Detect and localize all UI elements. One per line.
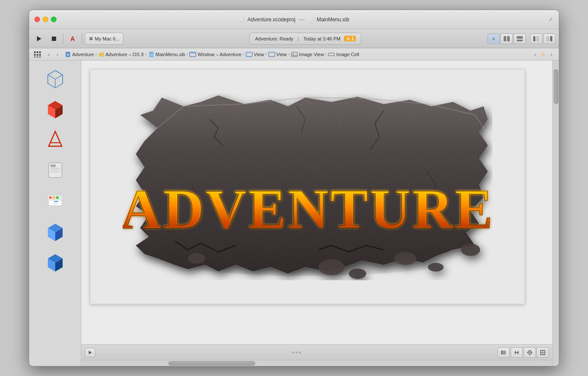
svg-marker-36 bbox=[49, 131, 62, 146]
timeline-play-icon bbox=[89, 351, 92, 354]
title-xib-icon: ⬜ bbox=[307, 17, 314, 23]
breadcrumb-chevron-7: › bbox=[325, 52, 327, 57]
breadcrumb-view1[interactable]: View bbox=[246, 52, 264, 57]
svg-rect-3 bbox=[517, 40, 523, 41]
spacing-button[interactable] bbox=[511, 347, 523, 358]
title-file: Adventure.xcodeproj bbox=[247, 17, 295, 23]
fullscreen-area: ⤢ bbox=[548, 17, 554, 23]
breadcrumb-chevron-3: › bbox=[187, 52, 188, 57]
toolbar: A 🖥 My Mac 6... Adventure: Ready | Today… bbox=[29, 29, 559, 48]
bottom-scrollbar-thumb[interactable] bbox=[168, 361, 255, 366]
title-xib: MainMenu.xib bbox=[317, 17, 349, 23]
breadcrumb-mainmenu[interactable]: xib MainMenu.xib bbox=[148, 51, 185, 57]
svg-rect-10 bbox=[39, 51, 41, 53]
traffic-lights bbox=[34, 17, 57, 22]
view-assistant-button[interactable] bbox=[514, 34, 526, 44]
breadcrumb-imageview[interactable]: Image View bbox=[291, 52, 324, 57]
svg-marker-29 bbox=[48, 70, 63, 79]
status-time: Today at 3:46 PM bbox=[303, 36, 341, 41]
view-list-button[interactable]: ≡ bbox=[488, 34, 500, 44]
pin-button[interactable] bbox=[524, 347, 536, 358]
folder-icon bbox=[98, 52, 104, 57]
breadcrumb-next-button[interactable]: › bbox=[548, 50, 555, 58]
breadcrumb-items: A Adventure › Adventure – OS X › xib Mai… bbox=[65, 51, 359, 57]
canvas-area[interactable]: ADVENTURE ADVENTURE bbox=[81, 60, 552, 344]
svg-rect-15 bbox=[37, 57, 38, 57]
breadcrumb-prev-button[interactable]: ‹ bbox=[531, 50, 539, 58]
scheme-label: My Mac 6... bbox=[95, 36, 120, 41]
text-instrument-icon bbox=[45, 130, 65, 150]
hide-right-panel-button[interactable] bbox=[543, 34, 555, 44]
instrument-button[interactable]: A bbox=[66, 32, 79, 45]
svg-rect-4 bbox=[533, 36, 535, 41]
svg-rect-13 bbox=[39, 54, 41, 56]
svg-rect-22 bbox=[190, 52, 196, 54]
bottom-scrollbar[interactable] bbox=[81, 360, 552, 366]
svg-point-44 bbox=[49, 196, 52, 199]
breadcrumb-mainmenu-label: MainMenu.xib bbox=[156, 52, 185, 57]
breadcrumb-back-button[interactable]: ‹ bbox=[45, 50, 53, 58]
svg-point-60 bbox=[428, 263, 444, 272]
grid-icon bbox=[33, 51, 41, 58]
sidebar-item-window-controller[interactable] bbox=[42, 188, 68, 214]
warning-count: 1 bbox=[351, 36, 354, 41]
stop-button[interactable] bbox=[47, 32, 60, 45]
view-debug-button[interactable] bbox=[501, 34, 513, 44]
breadcrumb-imagecell[interactable]: Image Cell bbox=[328, 52, 359, 57]
status-ready: Adventure: Ready bbox=[255, 36, 293, 41]
sidebar-item-cube-red[interactable] bbox=[42, 96, 68, 122]
close-button[interactable] bbox=[34, 17, 40, 22]
sidebar-item-view-layout[interactable] bbox=[42, 157, 68, 183]
library-grid-button[interactable] bbox=[33, 50, 42, 59]
view-icon-2 bbox=[268, 52, 275, 57]
title-bar: ⬜ Adventure.xcodeproj — ⬜ MainMenu.xib ⤢ bbox=[29, 10, 559, 29]
breadcrumb-window[interactable]: Window – Adventure bbox=[189, 52, 241, 57]
resize-icon bbox=[540, 349, 546, 356]
scheme-selector[interactable]: 🖥 My Mac 6... bbox=[85, 33, 124, 45]
scrollbar-thumb[interactable] bbox=[554, 69, 558, 104]
maximize-button[interactable] bbox=[51, 17, 57, 22]
breadcrumb-forward-button[interactable]: › bbox=[53, 50, 61, 58]
right-scrollbar[interactable] bbox=[552, 60, 559, 366]
warning-badge[interactable]: ⚠ 1 bbox=[344, 36, 356, 41]
svg-text:ADVENTURE: ADVENTURE bbox=[123, 177, 492, 239]
align-icon bbox=[501, 349, 507, 356]
play-button[interactable] bbox=[33, 32, 46, 45]
svg-rect-39 bbox=[50, 164, 56, 167]
svg-point-62 bbox=[188, 253, 205, 264]
panel-right-icon bbox=[546, 36, 553, 42]
align-button[interactable] bbox=[498, 347, 510, 358]
sidebar-item-blue-cube-1[interactable] bbox=[42, 218, 68, 244]
breadcrumb-adventure[interactable]: A Adventure bbox=[65, 51, 94, 57]
window-controller-icon bbox=[45, 191, 65, 211]
breadcrumb-osx[interactable]: Adventure – OS X bbox=[98, 52, 144, 57]
svg-rect-8 bbox=[34, 51, 36, 53]
svg-point-59 bbox=[394, 252, 416, 265]
cube-red-icon bbox=[45, 99, 65, 119]
blue-cube-2-icon bbox=[45, 252, 65, 272]
timeline-play-button[interactable] bbox=[85, 348, 95, 357]
design-canvas: ADVENTURE ADVENTURE bbox=[90, 69, 525, 304]
resize-button[interactable] bbox=[537, 347, 549, 358]
pin-icon bbox=[527, 349, 533, 356]
svg-rect-12 bbox=[37, 54, 38, 56]
bottom-dot-1: • bbox=[292, 349, 294, 356]
status-pill: Adventure: Ready | Today at 3:46 PM ⚠ 1 bbox=[249, 33, 361, 45]
breadcrumb-view2[interactable]: View bbox=[268, 52, 287, 57]
instrument-icon: A bbox=[70, 35, 75, 42]
minimize-button[interactable] bbox=[43, 17, 48, 22]
svg-point-45 bbox=[53, 196, 55, 199]
breadcrumb-right: ‹ ⚠ › bbox=[531, 50, 555, 58]
sidebar-item-blue-cube-2[interactable] bbox=[42, 248, 68, 275]
sidebar-item-cube-wireframe[interactable] bbox=[42, 66, 68, 92]
sidebar-item-text-instrument[interactable] bbox=[42, 127, 68, 153]
svg-text:A: A bbox=[67, 53, 69, 56]
xcodeproj-icon: ⬜ bbox=[239, 17, 245, 22]
breadcrumb-chevron-5: › bbox=[265, 52, 267, 57]
fullscreen-button[interactable]: ⤢ bbox=[548, 17, 554, 23]
hide-left-panel-button[interactable] bbox=[530, 34, 542, 44]
imageview-icon bbox=[291, 52, 298, 57]
window-title: ⬜ Adventure.xcodeproj — ⬜ MainMenu.xib bbox=[239, 17, 349, 23]
svg-point-46 bbox=[56, 196, 59, 199]
breadcrumb-nav: ‹ › bbox=[45, 50, 61, 58]
